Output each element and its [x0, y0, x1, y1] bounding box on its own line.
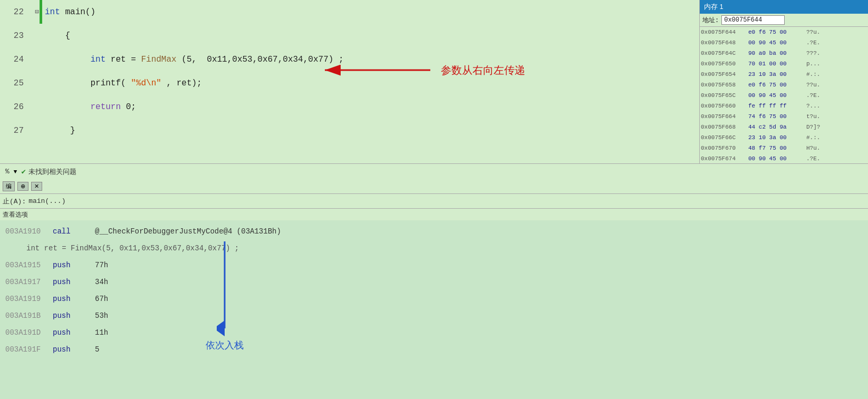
memory-row: 0x0075F644e0 f6 75 00??u. — [700, 27, 868, 37]
address-label: 地址: — [702, 16, 719, 25]
mem-bytes: 48 f7 75 00 — [748, 145, 806, 151]
mem-bytes: e0 f6 75 00 — [748, 82, 806, 88]
disasm-view-options[interactable]: 查看选项 — [0, 209, 868, 220]
mem-bytes: 00 90 45 00 — [748, 40, 806, 46]
status-no-issues: 未找到相关问题 — [28, 167, 76, 177]
disasm-instr: push — [53, 312, 95, 320]
disasm-content: 依次入栈 003A1910call @__CheckForDebuggerJus… — [0, 220, 868, 399]
memory-row: 0x0075F64800 90 45 00.?E. — [700, 37, 868, 48]
status-percent: % — [5, 168, 9, 176]
disasm-addr: 003A1919 — [5, 295, 53, 303]
memory-title-bar: 内存 1 — [700, 0, 868, 14]
keyword-int-2: int — [90, 55, 105, 64]
disasm-pin-btn[interactable]: ⊕ — [17, 182, 28, 191]
mem-addr: 0x0075F660 — [701, 103, 748, 109]
disasm-annotation-area: 依次入栈 — [206, 241, 244, 352]
disasm-main: 编 ⊕ ✕ 止(A): main(...) 查看选项 — [0, 179, 868, 399]
code-editor: 22 ⊟ int main() 23 { 24 — [0, 0, 699, 163]
memory-row: 0x0075F66C23 10 3a 00#.:. — [700, 132, 868, 143]
red-arrow-svg — [320, 62, 436, 78]
disasm-instr: push — [53, 261, 95, 269]
disasm-line: 003A1910call @__CheckForDebuggerJustMyCo… — [0, 223, 868, 240]
mem-ascii: ??u. — [806, 29, 867, 35]
memory-row: 0x0075F66474 f6 75 00t?u. — [700, 111, 868, 122]
memory-row: 0x0075F658e0 f6 75 00??u. — [700, 80, 868, 90]
bottom-section: 编 ⊕ ✕ 止(A): main(...) 查看选项 — [0, 179, 868, 399]
disasm-addr: 003A1917 — [5, 278, 53, 286]
dropdown-arrow[interactable]: ▼ — [14, 169, 17, 175]
code-content-22: int main() — [42, 7, 699, 17]
mem-bytes: 70 01 00 00 — [748, 61, 806, 67]
memory-row: 0x0075F65070 01 00 00p... — [700, 59, 868, 69]
mem-bytes: 90 a0 ba 00 — [748, 50, 806, 56]
code-line-22: 22 ⊟ int main() — [0, 0, 699, 24]
disasm-instr: push — [53, 328, 95, 337]
mem-bytes: fe ff ff ff — [748, 103, 806, 109]
memory-row: 0x0075F660fe ff ff ff?... — [700, 101, 868, 111]
printf-args: , ret); — [166, 79, 201, 88]
line-number-22: 22 — [0, 7, 32, 17]
keyword-int: int — [45, 7, 60, 17]
line-number-26: 26 — [0, 102, 32, 112]
disasm-close-btn[interactable]: ✕ — [31, 182, 42, 191]
mem-ascii: #.:. — [806, 71, 867, 77]
mem-bytes: e0 f6 75 00 — [748, 29, 806, 35]
mem-ascii: ?... — [806, 103, 867, 109]
memory-row: 0x0075F65C00 90 45 00.?E. — [700, 90, 868, 101]
address-input[interactable] — [721, 15, 785, 25]
mem-addr: 0x0075F644 — [701, 29, 748, 35]
mem-ascii: p... — [806, 61, 867, 67]
disasm-annotation-text: 依次入栈 — [206, 339, 244, 352]
return-zero: 0; — [126, 102, 136, 112]
mem-ascii: .?E. — [806, 40, 867, 46]
mem-addr: 0x0075F64C — [701, 50, 748, 56]
mem-bytes: 23 10 3a 00 — [748, 71, 806, 77]
memory-rows: 0x0075F644e0 f6 75 00??u.0x0075F64800 90… — [700, 27, 868, 163]
mem-bytes: 44 c2 5d 9a — [748, 124, 806, 130]
mem-addr: 0x0075F654 — [701, 71, 748, 77]
printf-call: printf( — [90, 79, 126, 88]
disasm-function-row: 止(A): main(...) — [0, 194, 868, 209]
disasm-edit-btn[interactable]: 编 — [3, 181, 15, 191]
disasm-addr: 003A191F — [5, 345, 53, 354]
brace-open: { — [45, 31, 70, 41]
mem-addr: 0x0075F648 — [701, 40, 748, 46]
code-content-27: } — [42, 126, 699, 135]
ret-assign: ret = — [111, 55, 141, 64]
code-line-27: 27 } — [0, 119, 699, 142]
disasm-line: 003A191Bpush 53h — [0, 307, 868, 324]
memory-panel: 内存 1 地址: 0x0075F644e0 f6 75 00??u.0x0075… — [699, 0, 868, 163]
disasm-addr: 003A1915 — [5, 261, 53, 269]
disasm-toolbar: 编 ⊕ ✕ — [0, 179, 868, 194]
status-bar: % ▼ ✔ 未找到相关问题 — [0, 163, 868, 179]
memory-title: 内存 1 — [704, 3, 724, 11]
disasm-addr: 003A191B — [5, 312, 53, 320]
mem-bytes: 00 90 45 00 — [748, 92, 806, 99]
code-line-26: 26 return 0; — [0, 95, 699, 119]
findmax-call: FindMax — [141, 55, 176, 64]
mem-addr: 0x0075F674 — [701, 155, 748, 162]
memory-row: 0x0075F67400 90 45 00.?E. — [700, 153, 868, 163]
disasm-line: 003A191Fpush 5 — [0, 341, 868, 358]
mem-ascii: #.:. — [806, 134, 867, 141]
mem-bytes: 23 10 3a 00 — [748, 134, 806, 141]
function-name: main(...) — [28, 197, 65, 205]
disasm-addr: 003A191D — [5, 328, 53, 337]
view-options-text: 查看选项 — [3, 210, 28, 219]
mem-addr: 0x0075F664 — [701, 113, 748, 120]
mem-addr: 0x0075F65C — [701, 92, 748, 99]
mem-ascii: H?u. — [806, 145, 867, 151]
line-number-25: 25 — [0, 79, 32, 88]
main-signature: main() — [65, 7, 95, 17]
status-ok-icon: ✔ — [21, 167, 25, 176]
keyword-return: return — [90, 102, 121, 112]
mem-bytes: 00 90 45 00 — [748, 155, 806, 162]
mem-addr: 0x0075F650 — [701, 61, 748, 67]
annotation-arrow-area: 参数从右向左传递 — [320, 62, 525, 78]
format-string: "%d\n" — [131, 79, 161, 88]
annotation-text-params: 参数从右向左传递 — [441, 63, 525, 77]
disasm-line: 003A1917push 34h — [0, 274, 868, 290]
memory-row: 0x0075F67048 f7 75 00H?u. — [700, 143, 868, 153]
disasm-instr: call — [53, 227, 95, 236]
mem-ascii: .?E. — [806, 155, 867, 162]
